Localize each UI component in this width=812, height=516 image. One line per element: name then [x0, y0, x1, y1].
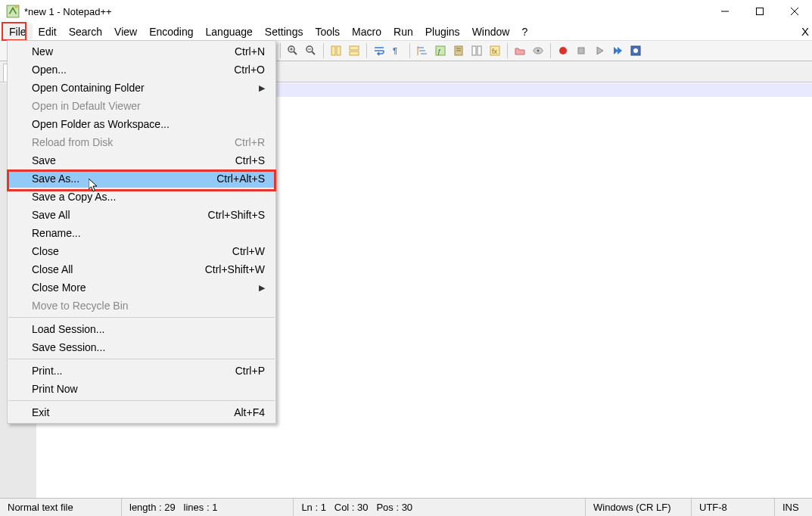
- menu-item-load-session[interactable]: Load Session...: [8, 320, 275, 338]
- menu-item-save-a-copy-as[interactable]: Save a Copy As...: [8, 188, 275, 206]
- menu-item-new[interactable]: NewCtrl+N: [8, 42, 275, 61]
- menu-item-label: Close All: [32, 263, 73, 275]
- menu-plugins[interactable]: Plugins: [419, 24, 466, 39]
- status-position: Ln : 1 Col : 30 Pos : 30: [293, 499, 420, 516]
- svg-rect-59: [472, 46, 476, 55]
- menu-item-print-now[interactable]: Print Now: [8, 380, 275, 398]
- menu-item-shortcut: Ctrl+Shift+S: [208, 209, 265, 221]
- menu-item-label: Print...: [32, 365, 62, 377]
- menu-window[interactable]: Window: [466, 24, 516, 39]
- svg-rect-44: [337, 46, 341, 55]
- sync-v-icon[interactable]: [328, 42, 344, 59]
- menu-item-close-all[interactable]: Close AllCtrl+Shift+W: [8, 260, 275, 278]
- window-title: *new 1 - Notepad++: [24, 6, 112, 17]
- record-icon[interactable]: [555, 42, 571, 59]
- menu-view[interactable]: View: [108, 24, 143, 39]
- menu-item-shortcut: Ctrl+W: [232, 245, 265, 257]
- svg-point-64: [537, 50, 540, 52]
- menu-search[interactable]: Search: [63, 24, 108, 39]
- menu-tools[interactable]: Tools: [309, 24, 346, 39]
- menu-settings[interactable]: Settings: [259, 24, 310, 39]
- menu-macro[interactable]: Macro: [346, 24, 387, 39]
- menu-item-shortcut: Ctrl+R: [235, 136, 265, 148]
- menu-item-label: Print Now: [32, 383, 78, 395]
- folder-icon[interactable]: [512, 42, 528, 59]
- menu-item-shortcut: Ctrl+Shift+W: [205, 263, 265, 275]
- menu-item-label: New: [32, 45, 53, 58]
- tab-close-x[interactable]: X: [801, 25, 809, 38]
- zoom-out-icon[interactable]: [303, 42, 319, 59]
- menu-run[interactable]: Run: [387, 24, 419, 39]
- save-macro-icon[interactable]: [627, 42, 644, 59]
- sync-h-icon[interactable]: [346, 42, 362, 59]
- menu-item-label: Reload from Disk: [32, 136, 113, 148]
- svg-text:¶: ¶: [393, 46, 397, 55]
- menu-item-label: Save As...: [32, 173, 79, 185]
- menu-encoding[interactable]: Encoding: [143, 24, 199, 39]
- doc-map-icon[interactable]: [450, 42, 467, 59]
- lang-icon[interactable]: ƒ: [432, 42, 449, 59]
- menu-edit[interactable]: Edit: [33, 24, 63, 39]
- svg-rect-45: [350, 46, 359, 50]
- menu-item-open-in-default-viewer: Open in Default Viewer: [8, 97, 275, 115]
- menu-item-open-containing-folder[interactable]: Open Containing Folder▶: [8, 79, 275, 97]
- menu-item-save-all[interactable]: Save AllCtrl+Shift+S: [8, 206, 275, 224]
- status-filetype: Normal text file: [0, 499, 121, 516]
- menu-item-rename[interactable]: Rename...: [8, 224, 275, 242]
- svg-rect-60: [478, 46, 481, 55]
- menu-item-label: Close More: [32, 281, 86, 294]
- menu-item-shortcut: Ctrl+P: [235, 365, 265, 377]
- menu-file[interactable]: File: [3, 24, 33, 39]
- func-list-icon[interactable]: fx: [487, 42, 503, 59]
- status-bar: Normal text file length : 29 lines : 1 L…: [0, 498, 812, 516]
- play-multi-icon[interactable]: [609, 42, 626, 59]
- play-icon[interactable]: [591, 42, 608, 59]
- menu-item-exit[interactable]: ExitAlt+F4: [8, 403, 275, 421]
- status-ins: INS: [774, 499, 812, 516]
- menu-item-label: Exit: [32, 406, 49, 418]
- menu-item-shortcut: Ctrl+O: [234, 64, 265, 76]
- menu-item-shortcut: Ctrl+N: [235, 45, 265, 58]
- wordwrap-icon[interactable]: [371, 42, 387, 59]
- menu-item-open-folder-as-workspace[interactable]: Open Folder as Workspace...: [8, 115, 275, 133]
- menu-item-reload-from-disk: Reload from DiskCtrl+R: [8, 133, 275, 151]
- menu-item-save-session[interactable]: Save Session...: [8, 338, 275, 356]
- zoom-in-icon[interactable]: [285, 42, 301, 59]
- window-close-button[interactable]: [777, 0, 812, 23]
- menu-item-close[interactable]: CloseCtrl+W: [8, 242, 275, 260]
- svg-point-68: [633, 48, 638, 53]
- doc-list-icon[interactable]: [468, 42, 485, 59]
- app-icon: [6, 5, 20, 18]
- status-eol: Windows (CR LF): [585, 499, 691, 516]
- menu-bar: File Edit Search View Encoding Language …: [0, 23, 812, 40]
- svg-rect-43: [331, 46, 335, 55]
- menu-item-print[interactable]: Print...Ctrl+P: [8, 362, 275, 380]
- menu-item-shortcut: Alt+F4: [234, 406, 265, 418]
- minimize-button[interactable]: [708, 0, 742, 23]
- maximize-button[interactable]: [742, 0, 777, 23]
- allchars-icon[interactable]: ¶: [389, 42, 406, 59]
- monitor-icon[interactable]: [530, 42, 546, 59]
- menu-item-save[interactable]: SaveCtrl+S: [8, 151, 275, 169]
- svg-line-41: [312, 51, 315, 54]
- menu-language[interactable]: Language: [200, 24, 259, 39]
- menu-item-label: Open Folder as Workspace...: [32, 118, 170, 130]
- submenu-arrow-icon: ▶: [259, 283, 265, 293]
- svg-rect-46: [350, 51, 359, 55]
- menu-item-label: Save: [32, 154, 56, 166]
- indent-guide-icon[interactable]: [414, 42, 431, 59]
- status-encoding: UTF-8: [691, 499, 774, 516]
- svg-text:ƒ: ƒ: [437, 48, 441, 55]
- status-length: length : 29 lines : 1: [121, 499, 225, 516]
- menu-item-label: Save All: [32, 209, 70, 221]
- menu-item-label: Open in Default Viewer: [32, 100, 141, 112]
- menu-item-label: Load Session...: [32, 323, 105, 335]
- menu-item-shortcut: Ctrl+Alt+S: [216, 173, 265, 185]
- menu-item-save-as[interactable]: Save As...Ctrl+Alt+S: [8, 169, 275, 188]
- menu-help[interactable]: ?: [515, 24, 534, 39]
- file-menu-dropdown: NewCtrl+NOpen...Ctrl+OOpen Containing Fo…: [7, 40, 276, 424]
- svg-rect-66: [578, 48, 584, 54]
- menu-item-open[interactable]: Open...Ctrl+O: [8, 61, 275, 79]
- menu-item-close-more[interactable]: Close More▶: [8, 278, 275, 297]
- stop-icon[interactable]: [573, 42, 590, 59]
